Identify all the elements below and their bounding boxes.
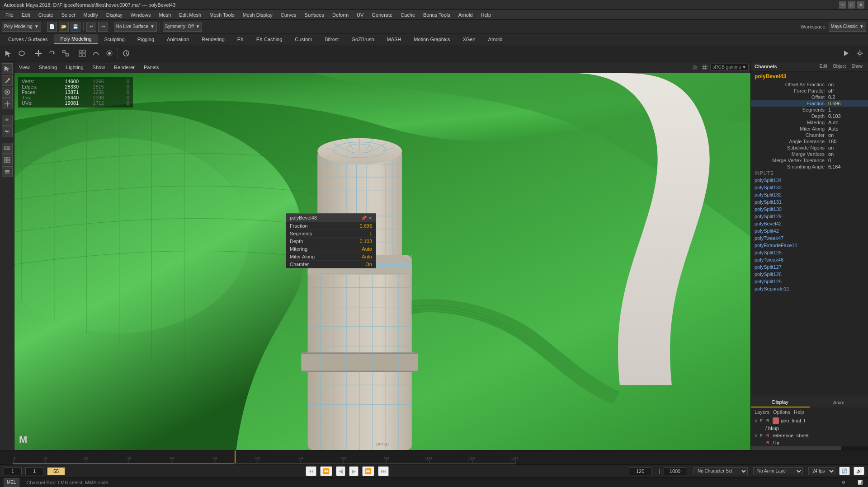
end-frame2-input[interactable] xyxy=(664,467,686,475)
select-tool[interactable] xyxy=(2,63,13,74)
menu-edit-mesh[interactable]: Edit Mesh xyxy=(175,11,205,19)
move-tool-btn[interactable] xyxy=(32,47,45,60)
menu-curves[interactable]: Curves xyxy=(277,11,300,19)
tab-sculpting[interactable]: Sculpting xyxy=(98,34,131,44)
input-polyseparate11[interactable]: polySeparate11 xyxy=(751,285,868,292)
status-icon1[interactable]: ⚙ xyxy=(839,478,848,487)
vp-lighting-menu[interactable]: Lighting xyxy=(63,64,86,71)
menu-edit[interactable]: Edit xyxy=(18,11,34,19)
popup-close-btn[interactable]: ✕ xyxy=(368,215,372,220)
menu-display[interactable]: Display xyxy=(103,11,126,19)
object-btn[interactable]: Object xyxy=(831,63,848,69)
new-scene-btn[interactable]: 📄 xyxy=(47,22,57,32)
timeline[interactable]: 1 10 20 30 40 50 60 70 80 90 100 110 120 xyxy=(0,450,868,464)
start-frame-input[interactable] xyxy=(4,467,22,475)
menu-uv[interactable]: UV xyxy=(353,11,367,19)
input-polysplit134[interactable]: polySplit134 xyxy=(751,177,868,184)
tab-mash[interactable]: MASH xyxy=(381,34,408,44)
outliner-item-hr[interactable]: R / hr xyxy=(751,439,868,446)
menu-mesh[interactable]: Mesh xyxy=(155,11,175,19)
tab-rendering[interactable]: Rendering xyxy=(195,34,231,44)
help-layers-btn[interactable]: Help xyxy=(794,409,804,415)
tab-xgen[interactable]: XGen xyxy=(456,34,481,44)
vp-show-menu[interactable]: Show xyxy=(90,64,108,71)
no-live-surface-dropdown[interactable]: No Live Surface ▼ xyxy=(114,22,157,32)
open-btn[interactable]: 📂 xyxy=(59,22,69,32)
character-set-dropdown[interactable]: No Character Set xyxy=(693,467,748,475)
prop-fraction[interactable]: Fraction 0.696 xyxy=(751,100,868,107)
polybevel-popup[interactable]: polyBevel43 📌 ✕ Fraction 0.696 Segments … xyxy=(286,213,376,268)
outliner-item-refsheet[interactable]: V P R reference_sheet xyxy=(751,432,868,439)
rotate-tool-btn[interactable] xyxy=(46,47,58,60)
menu-help[interactable]: Help xyxy=(477,11,495,19)
menu-create[interactable]: Create xyxy=(35,11,57,19)
outliner-item-bkup[interactable]: / bkup xyxy=(751,425,868,432)
input-polytweak47[interactable]: polyTweak47 xyxy=(751,234,868,242)
fps-dropdown[interactable]: 24 fps xyxy=(808,467,835,475)
current-frame-display[interactable] xyxy=(47,467,65,475)
anim-layer-dropdown[interactable]: No Anim Layer xyxy=(753,467,803,475)
menu-cache[interactable]: Cache xyxy=(397,11,419,19)
input-polyextrudeface11[interactable]: polyExtrudeFace11 xyxy=(751,242,868,249)
right-scroll-area[interactable]: polyBevel43 Offset As Fraction on Force … xyxy=(751,71,868,397)
input-polybevel42[interactable]: polyBevel42 xyxy=(751,220,868,227)
undo-btn[interactable]: ↩ xyxy=(86,22,96,32)
input-polytweak46[interactable]: polyTweak46 xyxy=(751,256,868,263)
end-frame-input[interactable] xyxy=(629,467,651,475)
menu-generate[interactable]: Generate xyxy=(368,11,396,19)
scale-tool-btn[interactable] xyxy=(59,47,72,60)
tab-bifrost[interactable]: Bifrost xyxy=(318,34,345,44)
input-polysplit127[interactable]: polySplit127 xyxy=(751,263,868,271)
vp-cam-btn[interactable]: 🎥 xyxy=(690,63,699,72)
layers-btn[interactable]: Layers xyxy=(755,409,769,415)
options-btn[interactable]: Options xyxy=(773,409,790,415)
menu-file[interactable]: File xyxy=(2,11,17,19)
minimize-button[interactable]: ─ xyxy=(839,1,846,9)
transform-tool[interactable] xyxy=(2,98,13,109)
restore-button[interactable]: □ xyxy=(848,1,855,9)
input-polysplit129[interactable]: polySplit129 xyxy=(751,213,868,220)
input-polysplit125[interactable]: polySplit125 xyxy=(751,278,868,285)
input-polysplit133[interactable]: polySplit133 xyxy=(751,184,868,191)
menu-windows[interactable]: Windows xyxy=(127,11,155,19)
tab-motion-graphics[interactable]: Motion Graphics xyxy=(407,34,456,44)
menu-mesh-display[interactable]: Mesh Display xyxy=(239,11,276,19)
symmetry-dropdown[interactable]: Symmetry: Off ▼ xyxy=(163,22,203,32)
input-polysplit131[interactable]: polySplit131 xyxy=(751,198,868,206)
gamma-dropdown-icon[interactable]: ▼ xyxy=(742,65,746,70)
display-tab[interactable]: Display xyxy=(751,397,810,407)
tab-arnold[interactable]: Arnold xyxy=(482,34,509,44)
snap-grid-btn[interactable] xyxy=(76,47,89,60)
anim-tab[interactable]: Anim xyxy=(810,397,868,407)
play-forward-btn[interactable]: ▶ xyxy=(349,466,359,476)
go-start-btn[interactable]: ⏮ xyxy=(306,466,316,476)
play-back-btn[interactable]: ◀ xyxy=(336,466,345,476)
input-polysplit130[interactable]: polySplit130 xyxy=(751,206,868,213)
step-forward-btn[interactable]: ⏩ xyxy=(362,466,374,476)
input-polysplit42[interactable]: polySplit42 xyxy=(751,227,868,234)
snap-point-btn[interactable] xyxy=(103,47,116,60)
redo-btn[interactable]: ↪ xyxy=(98,22,108,32)
sculpt-tool[interactable] xyxy=(2,87,13,98)
tab-rigging[interactable]: Rigging xyxy=(131,34,160,44)
popup-segments-val[interactable]: 1 xyxy=(345,231,372,236)
grid-tool[interactable] xyxy=(2,155,13,165)
popup-chamfer-val[interactable]: On xyxy=(345,262,372,267)
input-polysplit132[interactable]: polySplit132 xyxy=(751,191,868,198)
popup-pin-btn[interactable]: 📌 xyxy=(361,215,367,220)
vp-shading-menu[interactable]: Shading xyxy=(36,64,60,71)
vp-renderer-menu[interactable]: Renderer xyxy=(111,64,137,71)
save-btn[interactable]: 💾 xyxy=(71,22,80,32)
popup-fraction-val[interactable]: 0.696 xyxy=(345,223,372,229)
history-btn[interactable] xyxy=(120,47,132,60)
select-tool-btn[interactable] xyxy=(2,47,14,60)
tab-curves-surfaces[interactable]: Curves / Surfaces xyxy=(2,34,54,44)
right-panel-scroll[interactable] xyxy=(751,446,868,450)
render-btn[interactable] xyxy=(840,47,853,60)
menu-deform[interactable]: Deform xyxy=(329,11,352,19)
menu-bonus[interactable]: Bonus Tools xyxy=(420,11,454,19)
current-frame-input[interactable] xyxy=(25,467,43,475)
popup-mitering-val[interactable]: Auto xyxy=(345,246,372,252)
outliner-item-geo[interactable]: V P R geo_final_I xyxy=(751,417,868,425)
vp-grid-btn[interactable] xyxy=(700,63,709,72)
